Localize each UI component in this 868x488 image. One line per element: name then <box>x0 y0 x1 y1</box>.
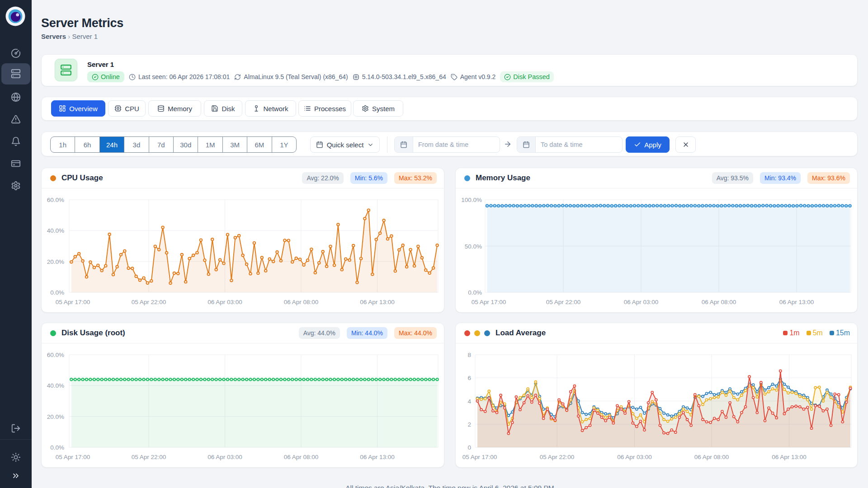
svg-text:2: 2 <box>467 421 471 428</box>
svg-text:06 Apr 13:00: 06 Apr 13:00 <box>779 299 814 305</box>
svg-text:06 Apr 08:00: 06 Apr 08:00 <box>284 454 319 460</box>
svg-text:40.0%: 40.0% <box>47 382 64 389</box>
svg-text:05 Apr 22:00: 05 Apr 22:00 <box>546 299 581 305</box>
svg-text:6: 6 <box>467 375 471 381</box>
svg-text:0.0%: 0.0% <box>50 444 64 451</box>
svg-text:05 Apr 22:00: 05 Apr 22:00 <box>132 454 166 460</box>
svg-text:05 Apr 17:00: 05 Apr 17:00 <box>472 299 506 305</box>
svg-text:20.0%: 20.0% <box>47 258 64 265</box>
svg-text:0: 0 <box>467 444 471 451</box>
svg-text:05 Apr 22:00: 05 Apr 22:00 <box>540 454 575 460</box>
svg-text:4: 4 <box>467 398 471 405</box>
svg-text:06 Apr 13:00: 06 Apr 13:00 <box>360 299 395 305</box>
svg-text:50.0%: 50.0% <box>465 243 482 250</box>
svg-text:06 Apr 08:00: 06 Apr 08:00 <box>284 299 319 305</box>
svg-text:40.0%: 40.0% <box>47 227 64 234</box>
svg-text:06 Apr 03:00: 06 Apr 03:00 <box>624 299 659 305</box>
svg-text:06 Apr 08:00: 06 Apr 08:00 <box>694 454 729 460</box>
svg-text:05 Apr 17:00: 05 Apr 17:00 <box>56 299 90 305</box>
svg-text:05 Apr 22:00: 05 Apr 22:00 <box>132 299 166 305</box>
svg-text:06 Apr 03:00: 06 Apr 03:00 <box>617 454 652 460</box>
svg-text:05 Apr 17:00: 05 Apr 17:00 <box>462 454 497 460</box>
svg-text:100.0%: 100.0% <box>461 197 482 203</box>
svg-text:06 Apr 03:00: 06 Apr 03:00 <box>208 299 242 305</box>
svg-text:0.0%: 0.0% <box>50 289 64 296</box>
svg-text:60.0%: 60.0% <box>47 197 64 203</box>
svg-text:06 Apr 13:00: 06 Apr 13:00 <box>772 454 807 460</box>
svg-text:06 Apr 13:00: 06 Apr 13:00 <box>360 454 395 460</box>
svg-text:05 Apr 17:00: 05 Apr 17:00 <box>56 454 90 460</box>
svg-text:8: 8 <box>467 352 471 358</box>
svg-text:20.0%: 20.0% <box>47 413 64 420</box>
svg-text:06 Apr 08:00: 06 Apr 08:00 <box>702 299 736 305</box>
svg-text:06 Apr 03:00: 06 Apr 03:00 <box>208 454 242 460</box>
svg-text:0.0%: 0.0% <box>468 289 482 296</box>
svg-text:60.0%: 60.0% <box>47 352 64 358</box>
